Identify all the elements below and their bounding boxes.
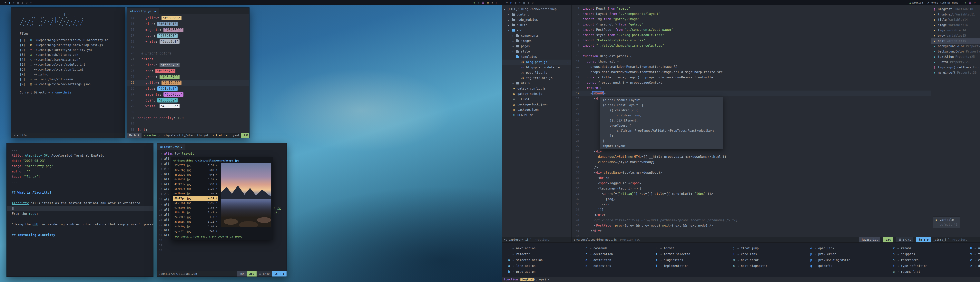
markdown-line[interactable] — [7, 206, 153, 211]
startify-entry[interactable]: [2]Y~/.config/alacritty/alacritty.yml — [11, 48, 125, 53]
code-line[interactable]: 2import Layout from "../components/layou… — [571, 11, 931, 16]
explorer-item-gatsby-node.js[interactable]: JSgatsby-node.js — [502, 91, 571, 97]
yaml-line[interactable]: 30 — [127, 109, 249, 115]
markdown-line[interactable]: author: "" — [7, 169, 153, 174]
explorer-item-components[interactable]: ▸components — [502, 33, 571, 38]
launcher-icon[interactable]: ⌘ — [506, 1, 508, 4]
whichkey-binding[interactable]: q→quickfix — [810, 263, 850, 269]
code-line[interactable]: 34 <span>Tagged in </span> — [571, 180, 931, 186]
code-line[interactable]: 35 {tags.map((tag, i) => ( — [571, 186, 931, 191]
whichkey-binding[interactable]: c→commands — [585, 245, 613, 251]
code-line[interactable]: 12 props.data.markdownRemark.frontmatter… — [571, 64, 931, 69]
memory-icon[interactable]: ☰ — [482, 1, 485, 4]
startify-entry[interactable]: [5]I~/.config/polybar/modules.ini — [11, 62, 125, 67]
vista-symbol[interactable]: ƒBlogPostFunction:10 — [931, 7, 980, 12]
whichkey-binding[interactable]: p→preview diagnostic — [810, 257, 850, 263]
code-line[interactable]: 10function BlogPost(props) { — [571, 54, 931, 59]
markdown-line[interactable] — [7, 227, 153, 232]
code-line[interactable]: 38 </a> — [571, 202, 931, 207]
vista-symbol[interactable]: ▪prevVariable:15 — [931, 33, 980, 38]
code-line[interactable]: 44 — [571, 233, 931, 237]
workspace-2-icon[interactable]: ◆ — [13, 1, 15, 4]
vista-symbol[interactable]: ▪tagsVariable:14 — [931, 28, 980, 33]
code-line[interactable]: 1import React from "react" — [571, 6, 931, 11]
startify-entry[interactable]: [0]M~/Repos/blog/content/Linux/06-alacri… — [11, 38, 125, 43]
yaml-line[interactable]: 27 magenta: '#c678dd' — [127, 91, 249, 97]
yaml-line[interactable]: 18 white: '#abb2bf' — [127, 38, 249, 45]
memory-icon[interactable]: ☰ — [969, 1, 971, 4]
markdown-line[interactable]: ## What is Alacritty? — [7, 190, 153, 195]
code-line[interactable]: 29 dangerouslySetInnerHTML={{ __html: pr… — [571, 154, 931, 159]
yaml-line[interactable]: 22 black: '#5c6370' — [127, 62, 249, 68]
vista-symbol[interactable]: ▪titleVariable:14 — [931, 17, 980, 22]
power-icon[interactable]: ⊙ — [974, 1, 975, 4]
yaml-line[interactable]: 24 green: '#98c379' — [127, 74, 249, 80]
whichkey-binding[interactable]: n→next diagnostic — [732, 263, 768, 269]
code-line[interactable]: 31 /> — [571, 165, 931, 170]
yaml-line[interactable]: 19 — [127, 45, 249, 50]
explorer-item-package-lock.json[interactable]: {}package-lock.json — [502, 102, 571, 107]
explorer-item-style[interactable]: ▸style — [502, 49, 571, 54]
workspace-6-icon[interactable]: ○ — [532, 1, 533, 4]
code-line[interactable]: 8import "../style/themes/prism-darcula.l… — [571, 43, 931, 48]
code-line[interactable]: 17 <Layout> — [571, 91, 931, 96]
explorer-root[interactable]: ▾[FILE]: blog /home/chris/Rep — [502, 7, 571, 12]
ranger-file-row[interactable]: 24LrDFQ.jpg1.7 M — [173, 215, 218, 220]
explorer-item-package.json[interactable]: {}package.json — [502, 107, 571, 113]
vista-symbol[interactable]: ▪textAlignProperty:25 — [931, 54, 980, 60]
code-line[interactable]: 33 <br /> — [571, 175, 931, 180]
yaml-line[interactable]: 28 cyan: '#56b6c2' — [127, 97, 249, 103]
whichkey-binding[interactable]: i→diagnostics — [655, 257, 690, 263]
markdown-line[interactable]: --- — [7, 148, 153, 153]
workspace-1-icon[interactable]: ▶ — [511, 1, 512, 4]
launcher-icon[interactable]: ⌘ — [5, 1, 6, 4]
startify-entry[interactable]: [7]Z~/.zshrc — [11, 72, 125, 77]
yaml-line[interactable]: 31background_opacity: 1.0 — [127, 115, 249, 121]
code-line[interactable]: 43 </div> — [571, 228, 931, 233]
workspace-4-icon[interactable]: ▲ — [22, 1, 23, 4]
explorer-item-templates[interactable]: ▾templates — [502, 54, 571, 60]
ranger-file-row[interactable]: ad6v9Oy.jpg3.05 M — [173, 224, 218, 229]
explorer-item-content[interactable]: ▸content — [502, 12, 571, 17]
whichkey-binding[interactable]: N→next error — [732, 257, 768, 263]
explorer-item-images[interactable]: ▸images — [502, 38, 571, 44]
tab-aliases-zsh[interactable]: aliases.zsh● — [157, 144, 185, 150]
tab-alacritty-yml[interactable]: alacritty.yml● — [127, 8, 159, 14]
code-line[interactable]: 15 const { prev, next } = props.pageCont… — [571, 80, 931, 85]
markdown-line[interactable]: ## Installing Alacritty — [7, 232, 153, 237]
code-line[interactable]: 7import "katex/dist/katex.min.css" — [571, 38, 931, 43]
explorer-item-blog-post.module.le[interactable]: LEblog-post.module.le — [502, 65, 571, 70]
vista-symbol[interactable]: ▪thumbnailVariable:11 — [931, 12, 980, 17]
whichkey-binding[interactable]: j→float jump — [732, 245, 768, 251]
explorer-item-pages[interactable]: ▸pages — [502, 44, 571, 49]
code-line[interactable]: 14 const { title, image, tags } = props.… — [571, 75, 931, 80]
code-line[interactable]: 36 <a href={`/${tag}`} key={i} style={{ … — [571, 191, 931, 196]
whichkey-binding[interactable]: v→tag viewer — [970, 251, 980, 257]
ranger-file-row[interactable]: 4Y6C0JV.jpg539 K — [173, 182, 218, 186]
code-line[interactable]: 32 <div className={style.markdownBody}> — [571, 170, 931, 175]
whichkey-binding[interactable]: e→enable CoC — [970, 257, 980, 263]
workspace-5-icon[interactable]: ▲ — [528, 1, 529, 4]
ranger-file-row[interactable]: aghr5Ip.jpg249 K — [173, 229, 218, 234]
yaml-line[interactable]: 16 magenta: '#B48EAD' — [127, 27, 249, 33]
yaml-line[interactable]: 32 — [127, 121, 249, 127]
whichkey-binding[interactable]: o→open link — [810, 245, 850, 251]
ranger-file-row[interactable]: 5oXQT7g.jpg1.22 M — [173, 186, 218, 191]
code-line[interactable]: 4import { graphql } from "gatsby" — [571, 22, 931, 27]
vista-symbol[interactable]: ▪imageVariable:14 — [931, 22, 980, 28]
yaml-line[interactable]: 14 yellow: '#EBCB8B' — [127, 15, 249, 21]
whichkey-binding[interactable]: l→code lens — [732, 251, 768, 257]
whichkey-binding[interactable]: u→resume list — [892, 269, 928, 275]
code-line[interactable]: 41 {/* <Share title={title} url={url} pa… — [571, 218, 931, 223]
workspace-5-icon[interactable]: ○ — [26, 1, 27, 4]
workspace-6-icon[interactable]: ◇ — [30, 1, 32, 4]
vista-symbol[interactable]: ▪nextVariable:15 — [931, 38, 980, 44]
whichkey-binding[interactable]: ;→next action — [508, 245, 543, 251]
ranger-file-row[interactable]: 3JWY37f.jpg1.31 M — [173, 163, 218, 168]
startify-entry[interactable]: [4]C~/.config/picom/picom.conf — [11, 57, 125, 62]
startify-entry[interactable]: [8]$~/.local/bin/rofi-menu — [11, 77, 125, 82]
markdown-line[interactable]: title: Alacritty GPU Accelerated Termina… — [7, 153, 153, 158]
code-line[interactable]: 30 className={style.markdownBody} — [571, 159, 931, 165]
markdown-line[interactable] — [7, 216, 153, 221]
yaml-line[interactable]: 33font: — [127, 127, 249, 133]
